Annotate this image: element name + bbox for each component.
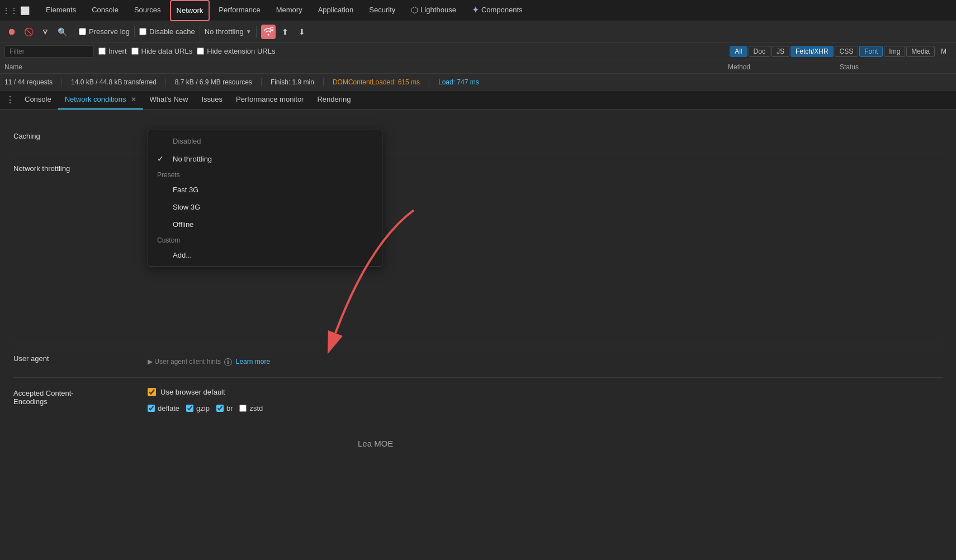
more-tabs-button[interactable]: ⋮ (2, 92, 18, 108)
responsive-icon[interactable]: ⬜ (19, 5, 30, 16)
br-checkbox[interactable] (216, 405, 224, 412)
close-network-conditions-tab[interactable]: ✕ (131, 96, 136, 103)
divider-2 (134, 26, 135, 37)
dropdown-item-add[interactable]: Add... (148, 246, 382, 264)
tab-components[interactable]: ✦ Components (465, 0, 529, 21)
filter-img-button[interactable]: Img (884, 46, 905, 57)
bottom-tab-performance-monitor[interactable]: Performance monitor (229, 91, 310, 110)
user-agent-hint: ▶ User agent client hints ℹ Learn more (148, 358, 270, 366)
bottom-tab-rendering[interactable]: Rendering (310, 91, 357, 110)
finish-stat: Finish: 1.9 min (271, 78, 324, 86)
col-status-header[interactable]: Status (840, 63, 952, 71)
divider-3 (200, 26, 200, 37)
tab-security[interactable]: Security (362, 0, 402, 21)
filter-row: Invert Hide data URLs Hide extension URL… (0, 42, 956, 60)
export-button[interactable]: ⬆ (278, 25, 292, 39)
encoding-zstd: zstd (239, 404, 263, 412)
dropdown-disabled-label: Disabled (173, 137, 373, 145)
network-toolbar: ⏺ 🚫 ⛛ 🔍 Preserve log Disable cache No th… (0, 21, 956, 42)
bottom-tab-network-conditions[interactable]: Network conditions ✕ (58, 91, 143, 110)
encoding-br: br (216, 404, 233, 412)
presets-group-label: Presets (148, 168, 382, 181)
throttle-dropdown: Disabled ✓ No throttling Presets Fast 3G (148, 130, 382, 267)
zstd-checkbox[interactable] (239, 405, 247, 412)
hide-extension-urls-group: Hide extension URLs (197, 47, 275, 55)
tab-network[interactable]: Network (170, 0, 210, 21)
info-icon: ℹ (224, 358, 232, 366)
caching-label: Caching (13, 131, 148, 140)
invert-group: Invert (98, 47, 127, 55)
tab-lighthouse[interactable]: ⬡ Lighthouse (404, 0, 463, 21)
tab-performance[interactable]: Performance (212, 0, 267, 21)
filter-font-button[interactable]: Font (859, 46, 883, 57)
hide-data-urls-label[interactable]: Hide data URLs (141, 47, 193, 55)
hide-extension-urls-label[interactable]: Hide extension URLs (207, 47, 275, 55)
tab-sources[interactable]: Sources (127, 0, 168, 21)
encodings-row: Accepted Content- Encodings Use browser … (13, 388, 943, 412)
encodings-label: Accepted Content- Encodings (13, 388, 148, 406)
tab-memory[interactable]: Memory (269, 0, 309, 21)
disable-cache-group: Disable cache (139, 27, 195, 36)
deflate-label: deflate (158, 404, 179, 412)
dropdown-item-offline[interactable]: Offline (148, 216, 382, 233)
dropdown-item-fast-3g[interactable]: Fast 3G (148, 181, 382, 198)
encodings-section: Accepted Content- Encodings Use browser … (13, 378, 943, 423)
filter-icon-button[interactable]: ⛛ (38, 25, 53, 39)
filter-fetch-button[interactable]: Fetch/XHR (791, 46, 834, 57)
preserve-log-group: Preserve log (79, 27, 130, 36)
user-agent-content: ▶ User agent client hints ℹ Learn more (148, 353, 943, 366)
learn-more-link[interactable]: Learn more (236, 358, 270, 366)
filter-more-button[interactable]: M (936, 46, 952, 57)
devtools-icons: ⋮⋮ ⬜ (4, 5, 30, 16)
bottom-tab-console[interactable]: Console (18, 91, 58, 110)
bottom-tab-issues[interactable]: Issues (195, 91, 229, 110)
gzip-checkbox[interactable] (186, 405, 193, 412)
filter-all-button[interactable]: All (730, 46, 747, 57)
filter-css-button[interactable]: CSS (835, 46, 859, 57)
grid-icon[interactable]: ⋮⋮ (4, 5, 16, 16)
disable-cache-label[interactable]: Disable cache (149, 27, 195, 36)
record-button[interactable]: ⏺ (4, 25, 19, 39)
dropdown-item-no-throttling[interactable]: ✓ No throttling (148, 150, 382, 168)
filter-media-button[interactable]: Media (906, 46, 935, 57)
search-button[interactable]: 🔍 (55, 25, 69, 39)
top-tab-bar: ⋮⋮ ⬜ Elements Console Sources Network Pe… (0, 0, 956, 21)
disable-cache-checkbox[interactable] (139, 28, 146, 35)
dropdown-slow-3g-label: Slow 3G (173, 203, 373, 211)
column-headers: Name Method Status (0, 60, 956, 74)
zstd-label: zstd (249, 404, 263, 412)
hide-data-urls-checkbox[interactable] (131, 48, 139, 55)
tab-elements[interactable]: Elements (39, 0, 83, 21)
filter-js-button[interactable]: JS (772, 46, 789, 57)
tab-application[interactable]: Application (311, 0, 361, 21)
use-browser-default-group: Use browser default (148, 388, 263, 396)
hide-extension-urls-checkbox[interactable] (197, 48, 204, 55)
user-agent-client-hints-toggle[interactable]: ▶ User agent client hints (148, 358, 221, 366)
throttling-label: Network throttling (13, 163, 148, 173)
encoding-deflate: deflate (148, 404, 179, 412)
tab-console[interactable]: Console (85, 0, 125, 21)
col-name-header[interactable]: Name (4, 63, 728, 71)
filter-input[interactable] (4, 45, 94, 58)
filter-doc-button[interactable]: Doc (749, 46, 770, 57)
encoding-gzip: gzip (186, 404, 210, 412)
invert-checkbox[interactable] (98, 48, 106, 55)
use-browser-default-checkbox[interactable] (148, 388, 156, 396)
deflate-checkbox[interactable] (148, 405, 155, 412)
filter-type-buttons: All Doc JS Fetch/XHR CSS Font Img Media … (730, 46, 952, 57)
invert-label[interactable]: Invert (108, 47, 127, 55)
throttle-arrow-icon: ▼ (246, 29, 252, 35)
bottom-tab-bar: ⋮ Console Network conditions ✕ What's Ne… (0, 91, 956, 110)
import-button[interactable]: ⬇ (295, 25, 309, 39)
preserve-log-label[interactable]: Preserve log (89, 27, 130, 36)
main-content: Caching Disable cache Network throttling… (0, 110, 956, 434)
clear-button[interactable]: 🚫 (21, 25, 36, 39)
dropdown-item-slow-3g[interactable]: Slow 3G (148, 198, 382, 216)
col-method-header[interactable]: Method (728, 63, 840, 71)
dropdown-item-disabled: Disabled (148, 132, 382, 150)
use-browser-default-label[interactable]: Use browser default (160, 388, 225, 396)
bottom-tab-whats-new[interactable]: What's New (143, 91, 195, 110)
encoding-checkboxes: deflate gzip br zstd (148, 404, 263, 412)
network-conditions-button[interactable]: ⚙ (261, 25, 276, 39)
preserve-log-checkbox[interactable] (79, 28, 86, 35)
